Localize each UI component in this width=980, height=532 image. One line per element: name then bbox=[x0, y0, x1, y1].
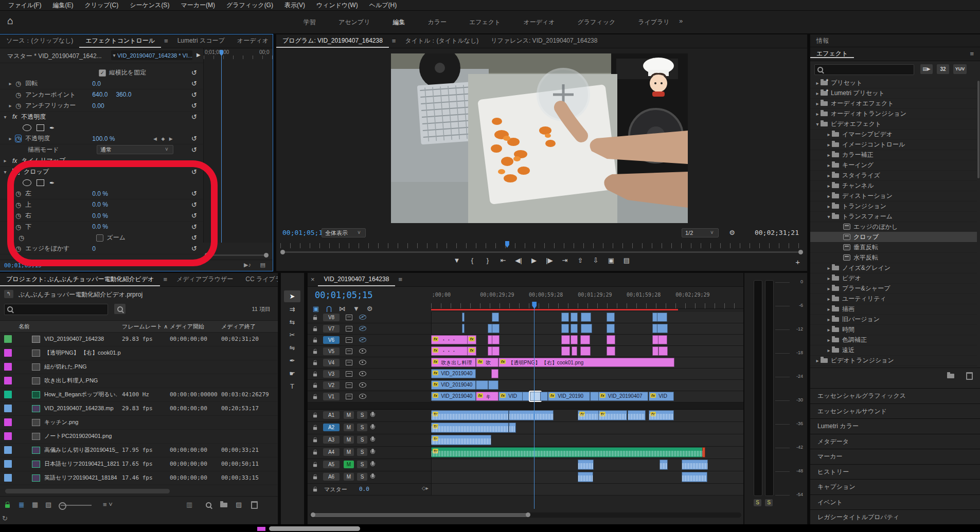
item-name[interactable]: 日本語セリフ20190421_1821 bbox=[44, 457, 119, 471]
clip[interactable] bbox=[561, 346, 570, 356]
chevron-right-icon[interactable]: ▸ bbox=[826, 286, 832, 291]
track-select-V8[interactable]: V8 bbox=[323, 314, 340, 321]
program-scrollbar[interactable] bbox=[281, 251, 802, 253]
pen-mask-icon[interactable]: ✒ bbox=[49, 179, 55, 187]
bottom-progress-pill[interactable] bbox=[269, 526, 360, 531]
item-name[interactable]: VID_20190407_164238.mp bbox=[44, 401, 114, 415]
delete-icon[interactable] bbox=[966, 372, 973, 380]
chevron-right-icon[interactable]: ▸ bbox=[826, 317, 832, 322]
chevron-right-icon[interactable]: ▸ bbox=[826, 183, 832, 189]
item-name[interactable]: ノートPC2019020401.png bbox=[44, 429, 112, 443]
timeline-current-timecode[interactable]: 00;01;05;15 bbox=[315, 290, 373, 300]
sync-lock-icon[interactable] bbox=[346, 348, 352, 354]
clip[interactable] bbox=[660, 460, 668, 470]
effects-tree-ディストーション[interactable]: ▸ディストーション bbox=[810, 191, 977, 201]
item-name[interactable]: キッチン.png bbox=[44, 415, 78, 429]
workspace-tab-学習[interactable]: 学習 bbox=[304, 18, 316, 27]
workspace-tab-グラフィック[interactable]: グラフィック bbox=[578, 18, 616, 27]
solo-button[interactable]: S bbox=[357, 411, 367, 419]
clip[interactable]: fx bbox=[431, 447, 703, 457]
effects-scrollbar[interactable] bbox=[977, 81, 979, 178]
sync-lock-icon[interactable] bbox=[346, 382, 352, 388]
label-color[interactable] bbox=[4, 377, 12, 384]
tab-イベント[interactable]: イベント bbox=[810, 494, 980, 510]
new-item-icon[interactable]: ▨ bbox=[236, 501, 242, 508]
project-row-ノートPC2019020401.png[interactable]: ノートPC2019020401.png bbox=[0, 429, 278, 444]
item-name[interactable]: 高儀みじん切り器20190415_ bbox=[44, 443, 118, 457]
clip[interactable] bbox=[590, 392, 599, 401]
master-label[interactable]: マスター bbox=[324, 486, 347, 493]
track-select-V5[interactable]: V5 bbox=[323, 347, 340, 355]
trash-icon[interactable] bbox=[251, 501, 258, 509]
voiceover-record-icon[interactable] bbox=[371, 424, 374, 428]
toggle-track-output-icon[interactable] bbox=[359, 326, 366, 331]
settings-wrench-icon[interactable]: ⚙ bbox=[729, 229, 735, 236]
reset-icon[interactable]: ↺ bbox=[191, 80, 197, 87]
tab-オーディオ[interactable]: オーディオ bbox=[231, 34, 273, 48]
solo-button[interactable]: S bbox=[357, 473, 367, 481]
project-row-吹き出し料理人.PNG[interactable]: 吹き出し料理人.PNG bbox=[0, 374, 278, 388]
effects-tree-時間[interactable]: ▸時間 bbox=[810, 324, 977, 335]
chevron-down-icon[interactable]: ▾ bbox=[826, 214, 832, 219]
clip[interactable] bbox=[657, 313, 667, 322]
reset-icon[interactable]: ↺ bbox=[191, 234, 197, 242]
menu-item-0[interactable]: ファイル(F) bbox=[3, 1, 46, 10]
label-color[interactable] bbox=[4, 363, 12, 371]
chevron-right-icon[interactable]: ▸ bbox=[826, 296, 832, 302]
track-select-A5[interactable]: A5 bbox=[323, 461, 340, 468]
expand-icon[interactable]: ▸ bbox=[7, 136, 13, 141]
tab-CC ライブラリ[interactable]: CC ライブラリ bbox=[239, 273, 278, 286]
clip[interactable] bbox=[571, 313, 578, 322]
clip[interactable] bbox=[580, 346, 591, 356]
clip[interactable] bbox=[462, 324, 465, 333]
effects-tree-クロップ[interactable]: クロップ bbox=[810, 232, 977, 243]
toggle-track-output-icon[interactable] bbox=[359, 348, 366, 354]
playback-resolution-select[interactable]: 1/2˅ bbox=[682, 228, 719, 237]
stopwatch-icon[interactable]: ◷ bbox=[15, 224, 21, 230]
chevron-right-icon[interactable]: ▸ bbox=[826, 193, 832, 199]
effects-tree-色調補正[interactable]: ▸色調補正 bbox=[810, 335, 977, 345]
workspace-overflow[interactable]: » bbox=[679, 17, 683, 25]
automate-to-sequence-icon[interactable]: ▥ bbox=[186, 501, 192, 508]
reset-icon[interactable]: ↺ bbox=[191, 91, 197, 99]
hand-tool[interactable]: ☛ bbox=[284, 368, 300, 379]
find-button[interactable] bbox=[114, 304, 126, 314]
clip[interactable] bbox=[492, 324, 500, 333]
clip[interactable] bbox=[492, 346, 500, 356]
clip[interactable] bbox=[540, 392, 548, 401]
clip[interactable] bbox=[561, 335, 570, 344]
clip[interactable] bbox=[702, 447, 705, 457]
effects-tree-エッジのぼかし[interactable]: エッジのぼかし bbox=[810, 222, 977, 232]
track-select-V1[interactable]: V1 bbox=[323, 393, 340, 400]
chevron-right-icon[interactable]: ▸ bbox=[814, 111, 821, 117]
workspace-tab-編集[interactable]: 編集 bbox=[393, 18, 405, 27]
checkbox-ズーム[interactable] bbox=[96, 234, 103, 242]
effect-name[interactable]: クロップ bbox=[24, 168, 49, 176]
effects-tree-Lumetri プリセット[interactable]: ▸Lumetri プリセット bbox=[810, 88, 977, 99]
label-color[interactable] bbox=[4, 474, 12, 482]
track-select-A3[interactable]: A3 bbox=[323, 436, 340, 444]
button-editor-add[interactable]: + bbox=[795, 258, 800, 266]
step-back-button[interactable]: ◀| bbox=[511, 256, 526, 264]
show-keyframes-icon[interactable]: ◇▸ bbox=[422, 485, 429, 491]
voiceover-record-icon[interactable] bbox=[371, 436, 374, 441]
icon-view-button[interactable]: ▦ bbox=[32, 501, 38, 508]
param-value[interactable]: 0.0 bbox=[92, 80, 101, 87]
clip-キ[interactable]: fxキ bbox=[476, 392, 498, 401]
workspace-tab-カラー[interactable]: カラー bbox=[427, 18, 447, 27]
tab-プログラム: VID_20190407_164238[interactable]: プログラム: VID_20190407_164238 bbox=[276, 34, 389, 48]
voiceover-record-icon[interactable] bbox=[371, 449, 374, 453]
lock-icon[interactable] bbox=[313, 351, 317, 354]
comparison-view-button[interactable]: ▤ bbox=[619, 256, 634, 264]
clip[interactable] bbox=[491, 369, 498, 378]
toggle-track-output-icon[interactable] bbox=[359, 394, 366, 399]
clip[interactable]: fx bbox=[431, 435, 491, 445]
pen-mask-icon[interactable]: ✒ bbox=[49, 124, 55, 132]
item-name[interactable]: How_it_Beganポップ明るい. bbox=[44, 388, 117, 401]
expand-icon[interactable]: ▸ bbox=[7, 103, 13, 108]
clip[interactable] bbox=[658, 335, 667, 344]
clip-VID_20190407[interactable]: fxVID_20190407 bbox=[598, 392, 648, 401]
param-value[interactable]: 0.0 % bbox=[92, 223, 108, 230]
stopwatch-icon[interactable]: ◷ bbox=[15, 135, 21, 142]
filter-32bit-button[interactable]: 32 bbox=[937, 64, 949, 74]
